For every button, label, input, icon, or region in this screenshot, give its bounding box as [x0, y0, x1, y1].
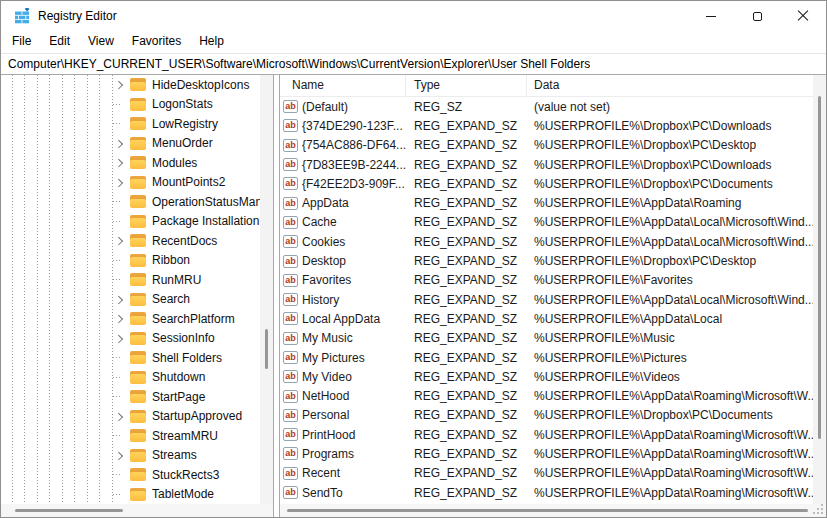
address-bar[interactable]: Computer\HKEY_CURRENT_USER\Software\Micr… — [1, 53, 826, 75]
values-pane: Name Type Data ab(Default)REG_SZ(value n… — [279, 75, 826, 517]
folder-icon — [130, 254, 146, 267]
value-type: REG_EXPAND_SZ — [406, 447, 527, 461]
list-horizontal-scrollbar-thumb[interactable] — [287, 509, 808, 512]
table-row[interactable]: abHistoryREG_EXPAND_SZ%USERPROFILE%\AppD… — [280, 290, 826, 309]
tree-item[interactable]: SessionInfo — [1, 329, 273, 349]
tree-item[interactable]: RunMRU — [1, 270, 273, 290]
maximize-icon — [753, 12, 762, 21]
value-type: REG_EXPAND_SZ — [406, 486, 527, 500]
tree-item[interactable]: HideDesktopIcons — [1, 75, 273, 95]
menu-view[interactable]: View — [79, 32, 123, 52]
tree-item[interactable]: MenuOrder — [1, 134, 273, 154]
menu-help[interactable]: Help — [190, 32, 233, 52]
tree-item[interactable]: StreamMRU — [1, 426, 273, 446]
expand-chevron-icon[interactable] — [113, 309, 130, 329]
table-row[interactable]: abCacheREG_EXPAND_SZ%USERPROFILE%\AppDat… — [280, 213, 826, 232]
reg-sz-icon: ab — [283, 351, 298, 364]
table-row[interactable]: abCookiesREG_EXPAND_SZ%USERPROFILE%\AppD… — [280, 232, 826, 251]
menu-file[interactable]: File — [3, 32, 40, 52]
column-header-type[interactable]: Type — [406, 75, 527, 97]
tree-item[interactable]: Ribbon — [1, 251, 273, 271]
tree-connector-stub — [113, 270, 130, 290]
tree-item[interactable]: SearchPlatform — [1, 309, 273, 329]
expand-chevron-icon[interactable] — [113, 407, 130, 427]
list-horizontal-scrollbar[interactable] — [280, 504, 826, 517]
table-row[interactable]: abRecentREG_EXPAND_SZ%USERPROFILE%\AppDa… — [280, 464, 826, 483]
value-type: REG_EXPAND_SZ — [406, 370, 527, 384]
reg-sz-icon: ab — [283, 139, 298, 152]
menu-edit[interactable]: Edit — [40, 32, 79, 52]
registry-path[interactable]: Computer\HKEY_CURRENT_USER\Software\Micr… — [1, 57, 590, 71]
tree-horizontal-scrollbar[interactable] — [1, 504, 273, 517]
menu-favorites[interactable]: Favorites — [123, 32, 190, 52]
tree-connector-stub — [113, 212, 130, 232]
resize-grip-icon[interactable] — [813, 504, 823, 514]
value-data: %USERPROFILE%\AppData\Local\Microsoft\Wi… — [527, 215, 826, 229]
list-vertical-scrollbar[interactable] — [813, 75, 826, 504]
tree-item[interactable]: Modules — [1, 153, 273, 173]
tree-item[interactable]: OperationStatusManager — [1, 192, 273, 212]
value-data: %USERPROFILE%\AppData\Roaming\Microsoft\… — [527, 466, 826, 480]
expand-chevron-icon[interactable] — [113, 231, 130, 251]
minimize-button[interactable] — [688, 1, 734, 31]
table-row[interactable]: abMy VideoREG_EXPAND_SZ%USERPROFILE%\Vid… — [280, 367, 826, 386]
table-row[interactable]: ab{754AC886-DF64...REG_EXPAND_SZ%USERPRO… — [280, 136, 826, 155]
maximize-button[interactable] — [734, 1, 780, 31]
column-header-data[interactable]: Data — [527, 75, 826, 97]
expand-chevron-icon[interactable] — [113, 153, 130, 173]
tree-item[interactable]: TabletMode — [1, 485, 273, 505]
close-button[interactable] — [780, 1, 826, 31]
tree-item[interactable]: LogonStats — [1, 95, 273, 115]
value-data: %USERPROFILE%\AppData\Local\Microsoft\Wi… — [527, 235, 826, 249]
tree-item[interactable]: RecentDocs — [1, 231, 273, 251]
folder-icon — [130, 156, 146, 169]
table-row[interactable]: abFavoritesREG_EXPAND_SZ%USERPROFILE%\Fa… — [280, 271, 826, 290]
chevron-right-icon — [115, 412, 123, 420]
tree-item[interactable]: StartupApproved — [1, 407, 273, 427]
expand-chevron-icon[interactable] — [113, 75, 130, 95]
reg-sz-icon: ab — [283, 100, 298, 113]
tree-item[interactable]: LowRegistry — [1, 114, 273, 134]
table-row[interactable]: abNetHoodREG_EXPAND_SZ%USERPROFILE%\AppD… — [280, 386, 826, 405]
expand-chevron-icon[interactable] — [113, 329, 130, 349]
expand-chevron-icon[interactable] — [113, 290, 130, 310]
chevron-right-icon — [115, 334, 123, 342]
table-row[interactable]: abProgramsREG_EXPAND_SZ%USERPROFILE%\App… — [280, 444, 826, 463]
tree-item[interactable]: Shell Folders — [1, 348, 273, 368]
tree-vertical-scrollbar-thumb[interactable] — [265, 329, 268, 369]
table-row[interactable]: abMy MusicREG_EXPAND_SZ%USERPROFILE%\Mus… — [280, 329, 826, 348]
table-row[interactable]: abLocal AppDataREG_EXPAND_SZ%USERPROFILE… — [280, 309, 826, 328]
table-row[interactable]: abSendToREG_EXPAND_SZ%USERPROFILE%\AppDa… — [280, 483, 826, 502]
tree-item[interactable]: Search — [1, 290, 273, 310]
table-row[interactable]: abMy PicturesREG_EXPAND_SZ%USERPROFILE%\… — [280, 348, 826, 367]
table-row[interactable]: abPersonalREG_EXPAND_SZ%USERPROFILE%\Dro… — [280, 406, 826, 425]
tree-item[interactable]: Package Installation — [1, 212, 273, 232]
dotted-stub-icon — [113, 104, 122, 105]
folder-icon — [130, 176, 146, 189]
tree-horizontal-scrollbar-thumb[interactable] — [15, 509, 123, 512]
table-row[interactable]: abAppDataREG_EXPAND_SZ%USERPROFILE%\AppD… — [280, 193, 826, 212]
tree-item[interactable]: Shutdown — [1, 368, 273, 388]
table-row[interactable]: ab{F42EE2D3-909F...REG_EXPAND_SZ%USERPRO… — [280, 174, 826, 193]
list-vertical-scrollbar-thumb[interactable] — [818, 96, 821, 439]
table-row[interactable]: abDesktopREG_EXPAND_SZ%USERPROFILE%\Drop… — [280, 251, 826, 270]
table-row[interactable]: abPrintHoodREG_EXPAND_SZ%USERPROFILE%\Ap… — [280, 425, 826, 444]
folder-icon — [130, 195, 146, 208]
tree-item[interactable]: StartPage — [1, 387, 273, 407]
expand-chevron-icon[interactable] — [113, 446, 130, 466]
value-data: %USERPROFILE%\Dropbox\PC\Documents — [527, 408, 826, 422]
table-row[interactable]: ab{7D83EE9B-2244...REG_EXPAND_SZ%USERPRO… — [280, 155, 826, 174]
expand-chevron-icon[interactable] — [113, 173, 130, 193]
table-row[interactable]: ab(Default)REG_SZ(value not set) — [280, 97, 826, 116]
tree-vertical-scrollbar[interactable] — [260, 75, 273, 504]
column-header-name[interactable]: Name — [280, 75, 406, 97]
window-title: Registry Editor — [38, 9, 117, 23]
value-type: REG_EXPAND_SZ — [406, 466, 527, 480]
expand-chevron-icon[interactable] — [113, 134, 130, 154]
tree-item[interactable]: Streams — [1, 446, 273, 466]
tree-item[interactable]: MountPoints2 — [1, 173, 273, 193]
tree-item-label: TabletMode — [152, 487, 214, 501]
tree-item[interactable]: StuckRects3 — [1, 465, 273, 485]
value-data: %USERPROFILE%\AppData\Roaming\Microsoft\… — [527, 447, 826, 461]
table-row[interactable]: ab{374DE290-123F...REG_EXPAND_SZ%USERPRO… — [280, 116, 826, 135]
